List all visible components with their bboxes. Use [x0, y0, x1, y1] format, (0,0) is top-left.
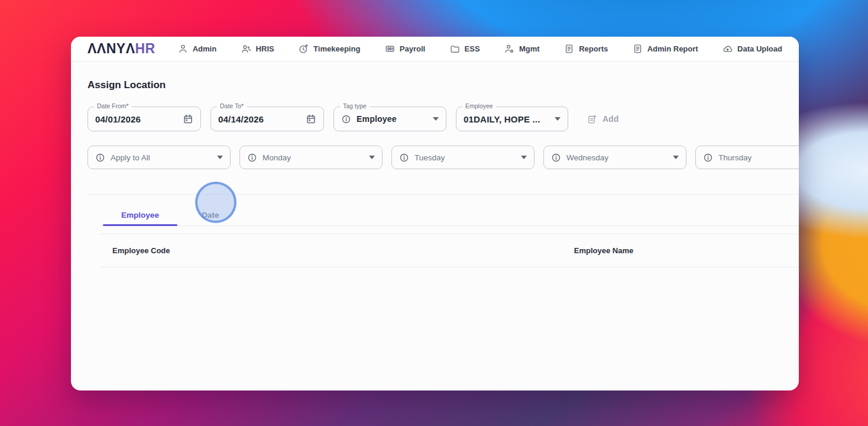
- tag-type-select[interactable]: Tag type Employee: [333, 106, 446, 131]
- info-icon: [399, 153, 409, 163]
- nav-item-reports[interactable]: Reports: [564, 44, 608, 54]
- apply-to-all-value: Apply to All: [111, 153, 150, 162]
- tab-bar: Employee Date: [103, 204, 799, 226]
- info-icon: [703, 153, 713, 163]
- logo-text-primary: ΛΛNYΛ: [88, 41, 135, 56]
- day-dropdown-row: Apply to All Monday Tuesday Wednesday Th: [88, 146, 782, 169]
- app-window: ΛΛNYΛHR Admin HRIS Timekeeping Payroll E…: [71, 37, 799, 390]
- nav-menu: Admin HRIS Timekeeping Payroll ESS Mgmt: [178, 44, 782, 54]
- nav-item-label: Mgmt: [519, 44, 540, 53]
- nav-item-label: Admin: [193, 44, 216, 53]
- employee-value: 01DAILY, HOPE ...: [464, 114, 540, 124]
- people-icon: [241, 44, 251, 54]
- apply-to-all-select[interactable]: Apply to All: [88, 146, 231, 169]
- tag-type-value: Employee: [357, 114, 397, 124]
- chevron-down-icon: [521, 156, 527, 159]
- thursday-value: Thursday: [718, 153, 752, 162]
- nav-item-label: Payroll: [400, 44, 425, 53]
- date-to-label: Date To*: [217, 102, 247, 109]
- calendar-icon[interactable]: [306, 114, 316, 124]
- nav-item-payroll[interactable]: Payroll: [385, 44, 425, 54]
- column-header-employee-code: Employee Code: [99, 234, 561, 267]
- tuesday-select[interactable]: Tuesday: [391, 146, 535, 169]
- monday-value: Monday: [263, 153, 291, 162]
- calendar-icon[interactable]: [183, 114, 193, 124]
- tab-employee[interactable]: Employee: [103, 204, 177, 225]
- logo-text-secondary: HR: [135, 41, 155, 56]
- chevron-down-icon: [217, 156, 223, 159]
- nav-item-ess[interactable]: ESS: [450, 44, 480, 54]
- nav-item-label: HRIS: [256, 44, 274, 53]
- date-to-value: 04/14/2026: [218, 114, 264, 124]
- add-button-label: Add: [603, 114, 618, 124]
- monday-select[interactable]: Monday: [239, 146, 383, 169]
- employee-table: Employee Code Employee Name: [99, 234, 799, 267]
- date-from-label: Date From*: [94, 102, 132, 109]
- nav-item-hris[interactable]: HRIS: [241, 44, 274, 54]
- filter-row: Date From* 04/01/2026 Date To* 04/14/202…: [88, 106, 782, 131]
- document-icon: [564, 44, 574, 54]
- chevron-down-icon: [433, 117, 439, 121]
- wednesday-value: Wednesday: [566, 153, 608, 162]
- nav-item-label: Timekeeping: [313, 44, 360, 53]
- clock-plus-icon: [299, 44, 309, 54]
- chevron-down-icon: [555, 117, 561, 121]
- tuesday-value: Tuesday: [414, 153, 445, 162]
- date-to-field[interactable]: Date To* 04/14/2026: [210, 106, 324, 131]
- nav-item-label: Data Upload: [737, 44, 782, 53]
- table-header-row: Employee Code Employee Name: [99, 234, 799, 267]
- section-divider: [88, 194, 799, 195]
- person-icon: [178, 44, 188, 54]
- folder-icon: [450, 44, 460, 54]
- person-gear-icon: [504, 44, 514, 54]
- nav-item-label: Admin Report: [647, 44, 698, 53]
- chevron-down-icon: [369, 156, 375, 159]
- note-add-icon: [587, 114, 597, 124]
- info-icon: [341, 114, 351, 124]
- employee-label: Employee: [462, 102, 496, 109]
- nav-item-admin-report[interactable]: Admin Report: [633, 44, 698, 54]
- nav-item-label: ESS: [465, 44, 480, 53]
- document-icon: [633, 44, 643, 54]
- calculator-icon: [385, 44, 395, 54]
- nav-item-admin[interactable]: Admin: [178, 44, 216, 54]
- tag-type-label: Tag type: [340, 102, 370, 109]
- column-header-employee-name: Employee Name: [561, 234, 799, 267]
- info-icon: [247, 153, 257, 163]
- date-from-field[interactable]: Date From* 04/01/2026: [88, 106, 201, 131]
- employee-select[interactable]: Employee 01DAILY, HOPE ...: [456, 106, 568, 131]
- nav-item-data-upload[interactable]: Data Upload: [723, 44, 782, 54]
- info-icon: [551, 153, 561, 163]
- main-content: Assign Location Date From* 04/01/2026 Da…: [71, 79, 799, 267]
- app-logo[interactable]: ΛΛNYΛHR: [88, 41, 156, 57]
- cloud-upload-icon: [723, 44, 733, 54]
- nav-item-timekeeping[interactable]: Timekeeping: [299, 44, 360, 54]
- add-button[interactable]: Add: [587, 114, 618, 124]
- page-title: Assign Location: [88, 79, 782, 91]
- wednesday-select[interactable]: Wednesday: [543, 146, 686, 169]
- top-navbar: ΛΛNYΛHR Admin HRIS Timekeeping Payroll E…: [71, 37, 799, 62]
- tab-date[interactable]: Date: [177, 204, 244, 225]
- nav-item-label: Reports: [579, 44, 608, 53]
- chevron-down-icon: [673, 156, 679, 159]
- nav-item-mgmt[interactable]: Mgmt: [504, 44, 540, 54]
- date-from-value: 04/01/2026: [95, 114, 141, 124]
- info-icon: [95, 153, 105, 163]
- thursday-select[interactable]: Thursday: [695, 146, 799, 169]
